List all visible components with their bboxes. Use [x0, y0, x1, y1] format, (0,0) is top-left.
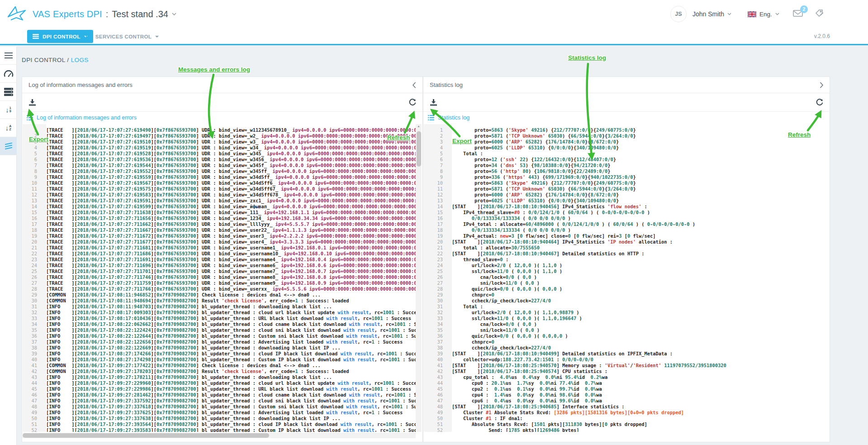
- log-text: [TRACE ][2018/06/17-17:07:27:711759][0x7…: [42, 280, 416, 286]
- line-number: 37: [424, 339, 447, 345]
- line-number: 42: [23, 368, 42, 374]
- log-text: proto=336 ('https' 443) {699/171969:0/0}…: [447, 174, 636, 180]
- log-text: chnprc=0: [447, 339, 494, 345]
- messages-button[interactable]: 2: [793, 10, 803, 19]
- scroll-up-arrow[interactable]: ▲: [416, 124, 422, 128]
- export-button[interactable]: [28, 99, 36, 106]
- line-number: 14: [23, 204, 42, 210]
- log-text: [STAT ][2018/06/17-18:08:25:940685] Inte…: [447, 404, 625, 410]
- app: VAS Experts DPI : Test stand .34 JS John…: [0, 0, 868, 445]
- line-number: 31: [424, 304, 447, 310]
- line-number: 29: [424, 292, 447, 298]
- log-text: [TRACE ][2018/06/17-17:07:27:619519][0x7…: [42, 145, 416, 151]
- log-text: proto=5863 ('Skype' 49216) {212/77707:0/…: [447, 127, 636, 133]
- line-number: 25: [424, 268, 447, 274]
- line-number: 27: [23, 280, 42, 286]
- sidebar-item-servers[interactable]: [0, 83, 17, 101]
- log-text: cpu2 : 0.1%us 0.1%sy 0.0%ni 99.7%id 0.0%…: [447, 386, 602, 392]
- services-control-button[interactable]: ⚙ SERVICES CONTROL: [85, 30, 159, 43]
- log-text: total : allocate=30/7555650: [447, 245, 540, 251]
- log-text: [STAT ][2018/06/17-18:08:10:940464] IPv4…: [447, 239, 673, 245]
- log-text: [TRACE ][2018/06/17-17:07:27:711766][0x7…: [42, 286, 416, 292]
- user-cluster: JS John Smith Eng.: [670, 0, 824, 28]
- log-line: 37 chnprc=0: [424, 339, 829, 345]
- log-text: [TRACE ][2018/06/17-17:07:27:619528][0x7…: [42, 151, 416, 157]
- vertical-scrollbar[interactable]: ▲: [416, 124, 422, 432]
- statistics-log-lines[interactable]: 1 proto=5863 ('Skype' 49216) {212/77707:…: [424, 124, 829, 432]
- log-text: proto=34 ('dns' 53) {98/10388:0/0}{94/21…: [447, 163, 610, 168]
- log-line: 14[STAT ][2018/06/17-18:08:10:940456] IP…: [424, 204, 829, 210]
- log-line: 23 thread_slave=0 :: [424, 257, 829, 263]
- language-selector[interactable]: Eng.: [748, 11, 779, 18]
- log-line: 21 total : allocate=30/7555650: [424, 245, 829, 251]
- user-name: John Smith: [693, 10, 724, 18]
- chevron-down-icon: [775, 13, 779, 15]
- line-number: 4: [23, 145, 42, 151]
- line-number: 41: [23, 363, 42, 368]
- scrollbar-thumb[interactable]: [23, 433, 269, 438]
- sidebar-item-logs[interactable]: [0, 137, 17, 155]
- line-number: 32: [424, 310, 447, 316]
- avatar[interactable]: JS: [670, 6, 687, 22]
- logs-stack-icon: [4, 142, 13, 150]
- breadcrumb-section[interactable]: DPI CONTROL: [22, 57, 65, 63]
- sidebar-item-sort-alpha[interactable]: ↓AZ: [0, 119, 17, 137]
- refresh-button[interactable]: [409, 99, 416, 106]
- refresh-button[interactable]: [816, 99, 823, 106]
- breadcrumb-page[interactable]: LOGS: [71, 57, 89, 63]
- collapse-left-button[interactable]: [413, 82, 416, 88]
- line-number: 51: [23, 421, 42, 427]
- line-number: 5: [23, 151, 42, 157]
- log-line: 19[TRACE ][2018/06/17-17:07:27:711672][0…: [23, 233, 416, 239]
- menu-icon: [5, 53, 13, 58]
- log-line: 51[INFO ][2018/06/17-17:09:27:393564][0x…: [23, 421, 416, 427]
- log-text: [INFO ][2018/06/17-17:08:27:174266][0x7f…: [42, 351, 416, 357]
- line-number: 50: [23, 416, 42, 421]
- sidebar-item-menu[interactable]: [0, 47, 17, 65]
- log-text: [TRACE ][2018/06/17-17:07:27:619575][0x7…: [42, 186, 416, 192]
- line-number: 52: [424, 427, 447, 432]
- tags-button[interactable]: [815, 9, 824, 19]
- log-line: 9 proto=336 ('https' 443) {699/171969:0/…: [424, 174, 829, 180]
- servers-icon: [4, 88, 13, 96]
- line-number: 40: [424, 357, 447, 363]
- messages-log-lines[interactable]: 1[TRACE ][2018/06/17-17:07:27:619490][0x…: [23, 124, 416, 432]
- collapse-right-button[interactable]: [820, 82, 823, 88]
- line-number: 1: [424, 127, 447, 133]
- caret-down-icon: [155, 36, 159, 38]
- log-line: 48[INFO ][2018/06/17-17:09:27:337618][0x…: [23, 404, 416, 410]
- chevron-down-icon: [727, 13, 731, 15]
- brand-title: VAS Experts DPI: [33, 9, 102, 19]
- line-number: 4: [424, 145, 447, 151]
- stand-selector[interactable]: Test stand .34: [112, 9, 176, 19]
- log-line: 38[INFO ][2018/06/17-17:08:22:122669][0x…: [23, 345, 416, 351]
- log-line: 50[INFO ][2018/06/17-17:09:27:337638][0x…: [23, 416, 416, 421]
- log-line: 26[TRACE ][2018/06/17-17:07:27:711746][0…: [23, 274, 416, 280]
- line-number: 43: [424, 374, 447, 380]
- line-number: 41: [424, 363, 447, 368]
- dpi-control-button[interactable]: DPI CONTROL: [27, 30, 93, 43]
- export-button[interactable]: [430, 99, 437, 106]
- line-number: 44: [23, 380, 42, 386]
- log-line: 30 ccheck/ip_check/lock=227/4/0: [424, 298, 829, 304]
- log-text: [TRACE ][2018/06/17-17:07:27:711746][0x7…: [42, 274, 416, 280]
- log-text: cpu0 : 20.1%us 1.7%sy 0.0%ni 77.4%id 0.7…: [447, 380, 602, 386]
- log-text: ccheck/ip_check/lock=227/4/0: [447, 298, 551, 304]
- annotation-statistics-log: Statistics log: [568, 54, 606, 61]
- line-number: 44: [424, 380, 447, 386]
- line-number: 18: [23, 227, 42, 233]
- line-number: 6: [424, 157, 447, 163]
- line-number: 36: [23, 333, 42, 339]
- scrollbar-thumb[interactable]: [417, 131, 421, 167]
- line-number: 31: [23, 304, 42, 310]
- log-line: 5[TRACE ][2018/06/17-17:07:27:619528][0x…: [23, 151, 416, 157]
- log-text: [TRACE ][2018/06/17-17:07:27:711662][0x7…: [42, 221, 416, 227]
- vas-logo-icon[interactable]: [6, 5, 27, 23]
- sidebar-item-sort-numeric[interactable]: ↓19: [0, 101, 17, 119]
- user-menu[interactable]: John Smith: [693, 10, 731, 18]
- line-number: 28: [23, 286, 42, 292]
- line-number: 11: [424, 186, 447, 192]
- horizontal-scrollbar[interactable]: [23, 433, 416, 438]
- line-number: 2: [424, 133, 447, 139]
- sidebar-item-dashboard[interactable]: [0, 65, 17, 83]
